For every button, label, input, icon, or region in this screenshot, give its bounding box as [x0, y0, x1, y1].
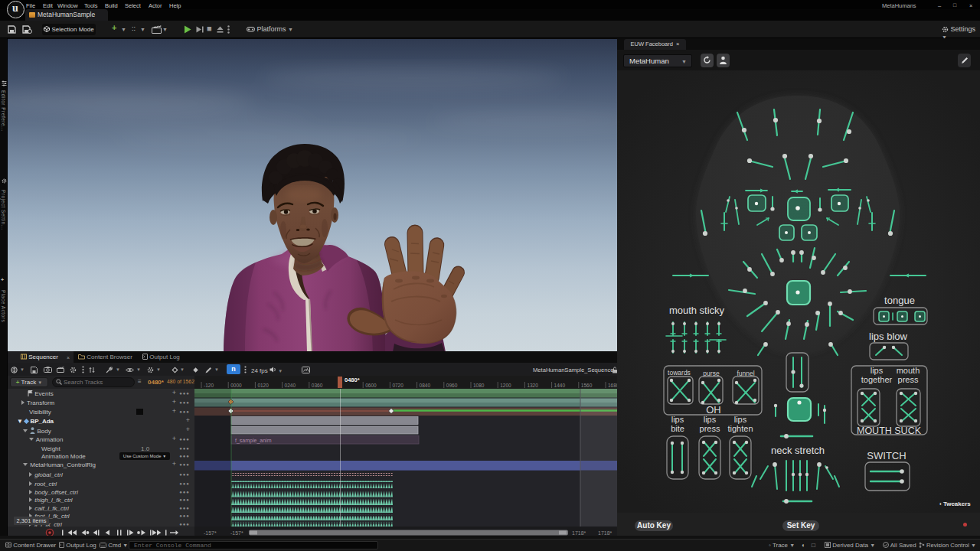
svg-text:lips blow: lips blow — [869, 331, 907, 342]
svg-text:together: together — [861, 375, 893, 384]
svg-text:1080: 1080 — [473, 383, 485, 388]
svg-text:-120: -120 — [204, 383, 214, 388]
svg-text:f_sample_anim: f_sample_anim — [235, 438, 272, 444]
svg-text:SWITCH: SWITCH — [867, 450, 906, 461]
svg-text:1718*: 1718* — [572, 530, 586, 536]
svg-text:lips: lips — [704, 415, 717, 424]
svg-text:1680: 1680 — [608, 383, 617, 388]
svg-text:0960: 0960 — [446, 383, 458, 388]
svg-text:press: press — [700, 424, 720, 433]
svg-text:press: press — [898, 375, 919, 384]
svg-text:0720: 0720 — [392, 383, 403, 388]
svg-text:1440: 1440 — [554, 383, 566, 388]
svg-text:1320: 1320 — [527, 383, 538, 388]
svg-text:bite: bite — [671, 424, 684, 433]
svg-text:mouth sticky: mouth sticky — [669, 305, 725, 316]
svg-text:0120: 0120 — [257, 383, 269, 388]
svg-text:neck stretch: neck stretch — [771, 445, 825, 456]
svg-text:› Tweakers: › Tweakers — [939, 500, 971, 507]
svg-text:0840: 0840 — [420, 383, 431, 388]
svg-text:tongue: tongue — [884, 295, 915, 306]
svg-text:towards: towards — [668, 369, 691, 377]
svg-text:-157*: -157* — [204, 530, 217, 536]
svg-text:0480*: 0480* — [345, 377, 360, 383]
svg-text:1718*: 1718* — [598, 530, 612, 536]
svg-text:1560: 1560 — [581, 383, 593, 388]
svg-text:0600: 0600 — [365, 383, 377, 388]
svg-text:0240: 0240 — [285, 383, 296, 388]
svg-text:lips: lips — [871, 366, 884, 375]
svg-text:tighten: tighten — [727, 424, 753, 433]
svg-text:OH: OH — [706, 404, 721, 416]
svg-text:lips: lips — [671, 415, 684, 424]
svg-text:0360: 0360 — [312, 383, 323, 388]
svg-text:-157*: -157* — [230, 530, 243, 536]
svg-text:1200: 1200 — [500, 383, 511, 388]
svg-text:0000: 0000 — [230, 383, 242, 388]
svg-text:lips: lips — [734, 415, 747, 424]
svg-text:mouth: mouth — [897, 366, 920, 375]
